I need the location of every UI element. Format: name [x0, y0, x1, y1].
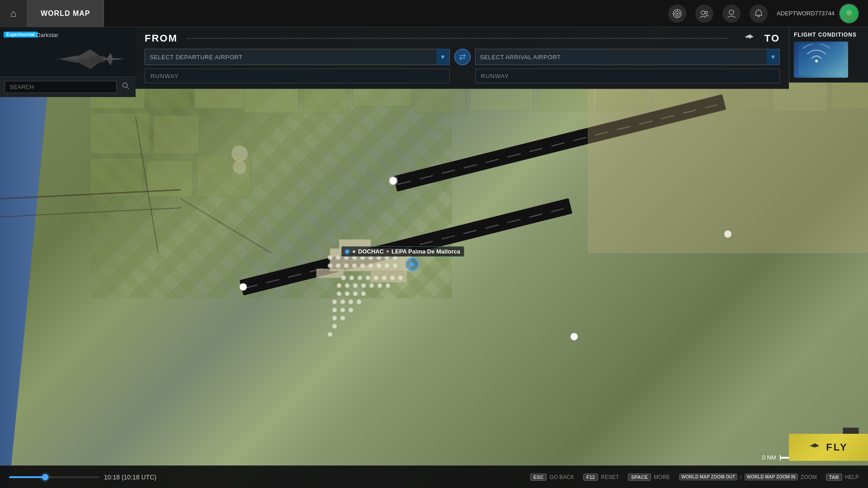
user-avatar: [839, 4, 859, 23]
time-display: 10:18 (10:18 UTC): [104, 474, 156, 481]
go-back-label: GO BACK: [549, 474, 574, 480]
svg-point-76: [349, 300, 353, 304]
weather-display: [794, 42, 848, 78]
search-bar: [0, 77, 136, 97]
svg-point-63: [337, 283, 341, 288]
svg-point-73: [361, 291, 366, 296]
arrival-runway-label: RUNWAY: [481, 73, 509, 80]
svg-rect-4: [154, 115, 199, 154]
keyboard-hints: ESC GO BACK F12 RESET SPACE MORE WORLD M…: [530, 474, 859, 481]
svg-point-84: [328, 332, 332, 337]
svg-point-69: [386, 283, 390, 288]
departure-arrow: ▼: [437, 49, 449, 65]
svg-point-32: [571, 333, 578, 340]
svg-point-59: [374, 276, 378, 280]
target-button[interactable]: [668, 5, 686, 23]
user-info[interactable]: ADEPTWORD773744: [777, 4, 859, 23]
home-button[interactable]: ⌂: [0, 0, 27, 27]
svg-point-101: [89, 56, 105, 59]
svg-point-64: [345, 283, 349, 288]
nav-icons-group: ADEPTWORD773744: [668, 4, 868, 23]
help-label: HELP: [845, 474, 859, 480]
runway-row: RUNWAY RUNWAY: [145, 69, 780, 83]
svg-point-60: [382, 276, 387, 280]
hint-reset: F12 RESET: [583, 474, 619, 481]
fly-label: FLY: [826, 441, 848, 453]
from-label: FROM: [145, 33, 178, 44]
tab-key: TAB: [826, 474, 842, 481]
plane-icon: [743, 31, 755, 43]
flight-planner: FROM TO SELECT DEPARTURE AIRPORT ▼: [136, 27, 789, 89]
fly-icon: [809, 440, 821, 452]
aircraft-card: Experimental Darkstar: [0, 27, 136, 77]
svg-point-66: [361, 283, 366, 288]
svg-point-48: [344, 263, 349, 268]
notification-button[interactable]: [750, 5, 768, 23]
reset-label: RESET: [601, 474, 619, 480]
search-icon: [122, 82, 129, 89]
arrival-airport-select[interactable]: SELECT ARRIVAL AIRPORT ▼: [475, 49, 780, 65]
svg-point-55: [341, 276, 346, 280]
hint-zoom: WORLD MAP ZOOM OUT / WORLD MAP ZOOM IN Z…: [679, 474, 817, 480]
flight-conditions-panel: FLIGHT CONDITIONS: [789, 27, 868, 83]
arrival-runway-field[interactable]: RUNWAY: [475, 69, 780, 83]
departure-runway-field[interactable]: RUNWAY: [145, 69, 450, 83]
avatar-icon: [843, 7, 855, 20]
world-map-tab[interactable]: WORLD MAP: [27, 0, 104, 27]
svg-point-77: [357, 300, 361, 304]
svg-point-68: [377, 283, 382, 288]
route-dots: [187, 38, 728, 39]
svg-line-22: [181, 199, 271, 253]
zoom-out-key: WORLD MAP ZOOM OUT: [679, 474, 737, 480]
departure-airport-select[interactable]: SELECT DEPARTURE AIRPORT ▼: [145, 49, 450, 65]
space-key: SPACE: [628, 474, 651, 481]
hint-go-back: ESC GO BACK: [530, 474, 574, 481]
swap-airports-button[interactable]: [454, 49, 471, 65]
hint-more: SPACE MORE: [628, 474, 670, 481]
svg-point-47: [336, 263, 340, 268]
search-icon-button[interactable]: [120, 80, 131, 93]
svg-rect-105: [798, 44, 844, 75]
svg-point-82: [340, 316, 345, 320]
svg-point-86: [410, 263, 414, 266]
flight-row-labels: FROM TO: [145, 33, 780, 44]
svg-rect-87: [588, 72, 868, 253]
flight-conditions-title: FLIGHT CONDITIONS: [794, 32, 863, 38]
fly-plane-icon: [809, 440, 821, 455]
time-slider-thumb[interactable]: [42, 474, 48, 480]
svg-point-75: [340, 300, 345, 304]
svg-point-95: [701, 11, 705, 14]
airport-dot2: [353, 250, 355, 253]
hint-help: TAB HELP: [826, 474, 859, 481]
profile-icon: [726, 9, 736, 19]
svg-point-81: [332, 316, 337, 320]
time-track[interactable]: [9, 476, 99, 478]
svg-point-65: [353, 283, 358, 288]
zoom-in-key: WORLD MAP ZOOM IN: [745, 474, 798, 480]
airport-full-name: LEPA Palma De Mallorca: [392, 248, 460, 255]
arrival-arrow: ▼: [767, 49, 779, 65]
departure-placeholder: SELECT DEPARTURE AIRPORT: [150, 54, 437, 61]
svg-point-90: [676, 13, 678, 14]
home-icon: ⌂: [10, 8, 16, 19]
svg-point-62: [398, 276, 403, 280]
fly-button[interactable]: FLY: [789, 434, 868, 461]
svg-point-54: [393, 263, 397, 268]
aircraft-silhouette: [54, 45, 127, 72]
search-input[interactable]: [5, 81, 117, 93]
svg-point-71: [345, 291, 349, 296]
svg-point-46: [328, 263, 332, 268]
zoom-slash: /: [740, 474, 741, 480]
svg-rect-36: [316, 269, 344, 278]
time-track-fill: [9, 476, 45, 478]
world-map-label: WORLD MAP: [41, 9, 90, 18]
arrival-placeholder: SELECT ARRIVAL AIRPORT: [480, 54, 767, 61]
group-button[interactable]: [695, 5, 713, 23]
weather-icon: [798, 44, 844, 75]
svg-point-96: [705, 11, 708, 14]
svg-point-49: [352, 263, 357, 268]
svg-point-56: [349, 276, 354, 280]
profile-button[interactable]: [722, 5, 741, 23]
svg-point-80: [349, 308, 353, 312]
svg-point-83: [332, 324, 337, 328]
